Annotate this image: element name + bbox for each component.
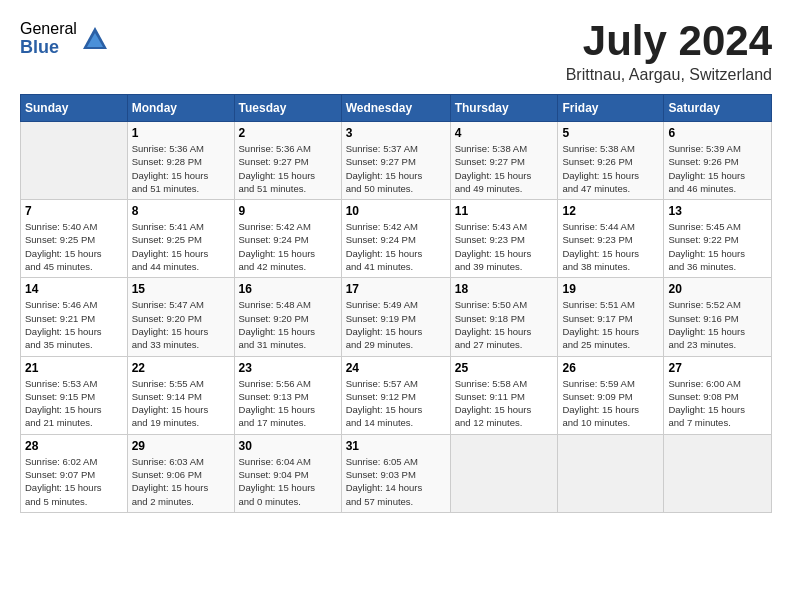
day-number: 5 [562,126,659,140]
logo: General Blue [20,20,109,57]
day-info: Sunrise: 5:45 AM Sunset: 9:22 PM Dayligh… [668,220,767,273]
calendar-day-cell: 28Sunrise: 6:02 AM Sunset: 9:07 PM Dayli… [21,434,128,512]
calendar-day-cell: 11Sunrise: 5:43 AM Sunset: 9:23 PM Dayli… [450,200,558,278]
day-number: 9 [239,204,337,218]
day-info: Sunrise: 5:43 AM Sunset: 9:23 PM Dayligh… [455,220,554,273]
day-info: Sunrise: 5:41 AM Sunset: 9:25 PM Dayligh… [132,220,230,273]
day-info: Sunrise: 5:52 AM Sunset: 9:16 PM Dayligh… [668,298,767,351]
day-number: 25 [455,361,554,375]
day-info: Sunrise: 5:36 AM Sunset: 9:27 PM Dayligh… [239,142,337,195]
day-number: 27 [668,361,767,375]
day-info: Sunrise: 5:42 AM Sunset: 9:24 PM Dayligh… [346,220,446,273]
location-text: Brittnau, Aargau, Switzerland [566,66,772,84]
day-of-week-header: Thursday [450,95,558,122]
calendar-day-cell: 27Sunrise: 6:00 AM Sunset: 9:08 PM Dayli… [664,356,772,434]
logo-text: General Blue [20,20,77,57]
day-info: Sunrise: 6:03 AM Sunset: 9:06 PM Dayligh… [132,455,230,508]
day-number: 6 [668,126,767,140]
day-number: 28 [25,439,123,453]
title-area: July 2024 Brittnau, Aargau, Switzerland [566,20,772,84]
calendar-day-cell: 1Sunrise: 5:36 AM Sunset: 9:28 PM Daylig… [127,122,234,200]
logo-general-text: General [20,20,77,38]
calendar-day-cell: 10Sunrise: 5:42 AM Sunset: 9:24 PM Dayli… [341,200,450,278]
day-info: Sunrise: 5:37 AM Sunset: 9:27 PM Dayligh… [346,142,446,195]
day-info: Sunrise: 6:02 AM Sunset: 9:07 PM Dayligh… [25,455,123,508]
day-info: Sunrise: 5:49 AM Sunset: 9:19 PM Dayligh… [346,298,446,351]
logo-icon [81,25,109,53]
day-number: 21 [25,361,123,375]
day-of-week-header: Sunday [21,95,128,122]
day-number: 30 [239,439,337,453]
day-info: Sunrise: 5:38 AM Sunset: 9:27 PM Dayligh… [455,142,554,195]
calendar-day-cell: 6Sunrise: 5:39 AM Sunset: 9:26 PM Daylig… [664,122,772,200]
calendar-day-cell [21,122,128,200]
day-number: 2 [239,126,337,140]
calendar-day-cell: 9Sunrise: 5:42 AM Sunset: 9:24 PM Daylig… [234,200,341,278]
day-info: Sunrise: 5:40 AM Sunset: 9:25 PM Dayligh… [25,220,123,273]
day-info: Sunrise: 5:58 AM Sunset: 9:11 PM Dayligh… [455,377,554,430]
day-info: Sunrise: 5:59 AM Sunset: 9:09 PM Dayligh… [562,377,659,430]
day-number: 16 [239,282,337,296]
calendar-day-cell: 20Sunrise: 5:52 AM Sunset: 9:16 PM Dayli… [664,278,772,356]
calendar-week-row: 7Sunrise: 5:40 AM Sunset: 9:25 PM Daylig… [21,200,772,278]
day-number: 24 [346,361,446,375]
day-of-week-header: Saturday [664,95,772,122]
calendar-day-cell [450,434,558,512]
calendar-day-cell: 21Sunrise: 5:53 AM Sunset: 9:15 PM Dayli… [21,356,128,434]
day-info: Sunrise: 5:44 AM Sunset: 9:23 PM Dayligh… [562,220,659,273]
day-info: Sunrise: 5:38 AM Sunset: 9:26 PM Dayligh… [562,142,659,195]
day-info: Sunrise: 5:47 AM Sunset: 9:20 PM Dayligh… [132,298,230,351]
day-number: 18 [455,282,554,296]
day-info: Sunrise: 5:39 AM Sunset: 9:26 PM Dayligh… [668,142,767,195]
day-number: 31 [346,439,446,453]
day-of-week-header: Monday [127,95,234,122]
day-number: 19 [562,282,659,296]
day-number: 13 [668,204,767,218]
calendar-day-cell: 7Sunrise: 5:40 AM Sunset: 9:25 PM Daylig… [21,200,128,278]
page-header: General Blue July 2024 Brittnau, Aargau,… [20,20,772,84]
calendar-week-row: 1Sunrise: 5:36 AM Sunset: 9:28 PM Daylig… [21,122,772,200]
calendar-day-cell: 8Sunrise: 5:41 AM Sunset: 9:25 PM Daylig… [127,200,234,278]
day-info: Sunrise: 5:50 AM Sunset: 9:18 PM Dayligh… [455,298,554,351]
day-number: 15 [132,282,230,296]
day-info: Sunrise: 5:55 AM Sunset: 9:14 PM Dayligh… [132,377,230,430]
day-number: 7 [25,204,123,218]
day-info: Sunrise: 5:53 AM Sunset: 9:15 PM Dayligh… [25,377,123,430]
calendar-day-cell: 5Sunrise: 5:38 AM Sunset: 9:26 PM Daylig… [558,122,664,200]
day-info: Sunrise: 5:56 AM Sunset: 9:13 PM Dayligh… [239,377,337,430]
day-info: Sunrise: 5:42 AM Sunset: 9:24 PM Dayligh… [239,220,337,273]
day-of-week-header: Tuesday [234,95,341,122]
day-number: 14 [25,282,123,296]
day-number: 4 [455,126,554,140]
day-number: 29 [132,439,230,453]
day-number: 26 [562,361,659,375]
calendar-day-cell: 24Sunrise: 5:57 AM Sunset: 9:12 PM Dayli… [341,356,450,434]
day-number: 20 [668,282,767,296]
calendar-table: SundayMondayTuesdayWednesdayThursdayFrid… [20,94,772,513]
day-number: 12 [562,204,659,218]
day-number: 1 [132,126,230,140]
day-number: 17 [346,282,446,296]
day-info: Sunrise: 6:05 AM Sunset: 9:03 PM Dayligh… [346,455,446,508]
day-info: Sunrise: 6:04 AM Sunset: 9:04 PM Dayligh… [239,455,337,508]
day-number: 23 [239,361,337,375]
day-number: 11 [455,204,554,218]
calendar-week-row: 14Sunrise: 5:46 AM Sunset: 9:21 PM Dayli… [21,278,772,356]
calendar-day-cell: 29Sunrise: 6:03 AM Sunset: 9:06 PM Dayli… [127,434,234,512]
calendar-day-cell: 2Sunrise: 5:36 AM Sunset: 9:27 PM Daylig… [234,122,341,200]
day-info: Sunrise: 5:46 AM Sunset: 9:21 PM Dayligh… [25,298,123,351]
day-number: 22 [132,361,230,375]
day-info: Sunrise: 6:00 AM Sunset: 9:08 PM Dayligh… [668,377,767,430]
calendar-day-cell: 15Sunrise: 5:47 AM Sunset: 9:20 PM Dayli… [127,278,234,356]
day-info: Sunrise: 5:48 AM Sunset: 9:20 PM Dayligh… [239,298,337,351]
day-of-week-header: Friday [558,95,664,122]
day-of-week-header: Wednesday [341,95,450,122]
day-info: Sunrise: 5:36 AM Sunset: 9:28 PM Dayligh… [132,142,230,195]
calendar-day-cell: 17Sunrise: 5:49 AM Sunset: 9:19 PM Dayli… [341,278,450,356]
calendar-day-cell: 22Sunrise: 5:55 AM Sunset: 9:14 PM Dayli… [127,356,234,434]
day-info: Sunrise: 5:51 AM Sunset: 9:17 PM Dayligh… [562,298,659,351]
day-info: Sunrise: 5:57 AM Sunset: 9:12 PM Dayligh… [346,377,446,430]
calendar-day-cell: 16Sunrise: 5:48 AM Sunset: 9:20 PM Dayli… [234,278,341,356]
calendar-day-cell: 25Sunrise: 5:58 AM Sunset: 9:11 PM Dayli… [450,356,558,434]
calendar-day-cell: 31Sunrise: 6:05 AM Sunset: 9:03 PM Dayli… [341,434,450,512]
